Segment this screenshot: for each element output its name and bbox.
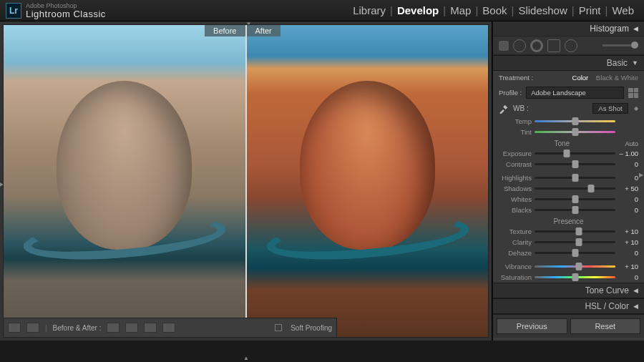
profile-select[interactable]: Adobe Landscape xyxy=(526,87,624,99)
ba-layout-1-icon[interactable] xyxy=(107,323,119,333)
slider-thumb[interactable] xyxy=(572,128,578,136)
slider-label: Exposure xyxy=(499,150,532,157)
ba-layout-2-icon[interactable] xyxy=(125,323,138,333)
slider-label: Tint xyxy=(499,128,532,136)
slider-texture: Texture + 10 xyxy=(493,226,644,237)
module-web[interactable]: Web xyxy=(608,4,638,16)
slider-label: Clarity xyxy=(499,238,532,246)
histogram-header[interactable]: Histogram ◀ xyxy=(493,21,644,36)
previous-button[interactable]: Previous xyxy=(497,318,567,334)
slider-thumb[interactable] xyxy=(576,228,582,235)
ba-swap-icon[interactable] xyxy=(144,323,157,333)
image-viewer[interactable]: ▼ ▶ Before After | Before & After : xyxy=(0,21,492,341)
slider-label: Texture xyxy=(499,228,532,235)
slider-track[interactable] xyxy=(535,209,615,211)
panel-expand-bottom-icon[interactable]: ▲ xyxy=(243,355,249,361)
wb-label: WB : xyxy=(513,104,529,112)
slider-label: Dehaze xyxy=(499,249,532,257)
slider-value: 0 xyxy=(618,160,638,168)
slider-track[interactable] xyxy=(535,131,615,133)
redeye-tool-icon[interactable] xyxy=(530,39,543,52)
before-after-label: Before & After : xyxy=(53,324,102,332)
slider-dehaze: Dehaze 0 xyxy=(493,248,644,258)
top-menu-bar: Lr Adobe Photoshop Lightroom Classic Lib… xyxy=(0,0,644,21)
soft-proofing-label: Soft Proofing xyxy=(291,324,332,332)
slider-track[interactable] xyxy=(535,230,615,233)
slider-track[interactable] xyxy=(535,198,615,200)
spot-tool-icon[interactable] xyxy=(513,39,526,52)
collapse-icon: ◀ xyxy=(633,287,638,294)
module-print[interactable]: Print xyxy=(575,4,605,16)
expand-icon: ▼ xyxy=(632,59,638,67)
slider-thumb[interactable] xyxy=(572,117,578,125)
brand-line2: Lightroom Classic xyxy=(26,9,106,19)
slider-track[interactable] xyxy=(535,152,615,155)
radial-filter-icon[interactable] xyxy=(565,39,577,52)
tonecurve-header[interactable]: Tone Curve ◀ xyxy=(493,283,644,298)
slider-thumb[interactable] xyxy=(572,160,578,168)
slider-thumb[interactable] xyxy=(572,249,578,257)
slider-value: + 10 xyxy=(618,228,638,235)
grad-filter-icon[interactable] xyxy=(547,39,560,52)
basic-label: Basic xyxy=(607,58,628,68)
module-develop[interactable]: Develop xyxy=(393,4,443,16)
slider-track[interactable] xyxy=(535,163,615,165)
hsl-header[interactable]: HSL / Color ◀ xyxy=(493,298,644,314)
slider-value: + 10 xyxy=(618,263,638,270)
wb-dropper-icon[interactable] xyxy=(499,104,509,114)
slider-label: Blacks xyxy=(499,206,532,214)
wb-menu-icon[interactable]: ◆ xyxy=(634,105,638,112)
slider-value: + 50 xyxy=(618,185,638,192)
wb-select[interactable]: As Shot xyxy=(592,103,628,114)
profile-row: Profile : Adobe Landscape xyxy=(493,84,644,101)
profile-label: Profile : xyxy=(499,89,522,97)
slider-thumb[interactable] xyxy=(576,263,582,270)
soft-proofing-checkbox[interactable] xyxy=(275,324,282,331)
tone-group: Tone Auto xyxy=(499,137,638,148)
crop-tool-icon[interactable] xyxy=(499,41,509,51)
slider-label: Whites xyxy=(499,195,532,203)
slider-label: Temp xyxy=(499,117,532,125)
slider-thumb[interactable] xyxy=(576,238,582,246)
treatment-color[interactable]: Color xyxy=(572,74,589,82)
auto-tone-button[interactable]: Auto xyxy=(625,140,638,147)
panel-expand-right-icon[interactable]: ▶ xyxy=(639,172,643,178)
profile-browser-icon[interactable] xyxy=(628,88,638,98)
tone-label: Tone xyxy=(554,140,570,147)
slider-thumb[interactable] xyxy=(588,185,595,192)
slider-track[interactable] xyxy=(535,120,615,122)
slider-label: Shadows xyxy=(499,185,532,192)
panel-footer: Previous Reset xyxy=(493,314,644,338)
slider-whites: Whites 0 xyxy=(493,194,644,205)
slider-thumb[interactable] xyxy=(572,195,578,203)
slider-value: – 1.00 xyxy=(618,150,638,157)
module-book[interactable]: Book xyxy=(478,4,511,16)
viewer-toolbar: | Before & After : Soft Proofing xyxy=(3,318,337,338)
slider-track[interactable] xyxy=(535,187,615,190)
collapse-icon: ◀ xyxy=(633,303,638,310)
reset-button[interactable]: Reset xyxy=(570,318,641,334)
slider-exposure: Exposure – 1.00 xyxy=(493,148,644,159)
slider-shadows: Shadows + 50 xyxy=(493,183,644,194)
mask-density-slider[interactable] xyxy=(602,44,638,47)
ba-copy-icon[interactable] xyxy=(162,323,175,333)
slider-thumb[interactable] xyxy=(572,174,578,182)
slider-thumb[interactable] xyxy=(564,150,570,157)
slider-track[interactable] xyxy=(535,265,615,268)
slider-track[interactable] xyxy=(535,177,615,179)
slider-thumb[interactable] xyxy=(572,206,578,214)
slider-label: Highlights xyxy=(499,174,532,182)
module-library[interactable]: Library xyxy=(348,4,390,16)
module-slideshow[interactable]: Slideshow xyxy=(514,4,571,16)
treatment-bw[interactable]: Black & White xyxy=(596,74,638,82)
tonecurve-label: Tone Curve xyxy=(585,285,629,295)
compare-view-icon[interactable] xyxy=(26,323,39,333)
slider-track[interactable] xyxy=(535,252,615,254)
slider-thumb[interactable] xyxy=(572,273,578,281)
loupe-view-icon[interactable] xyxy=(8,323,21,333)
slider-track[interactable] xyxy=(535,241,615,243)
slider-track[interactable] xyxy=(535,276,615,278)
module-map[interactable]: Map xyxy=(446,4,475,16)
basic-header[interactable]: Basic ▼ xyxy=(493,55,644,71)
presence-label: Presence xyxy=(553,217,583,225)
